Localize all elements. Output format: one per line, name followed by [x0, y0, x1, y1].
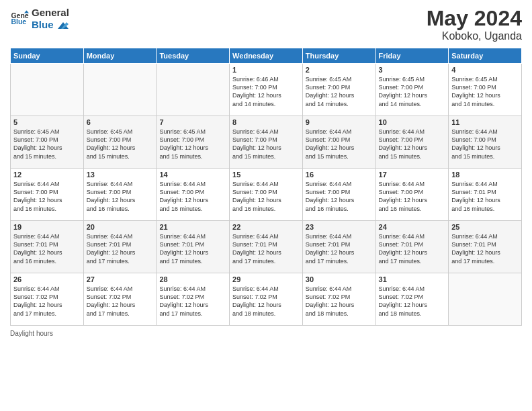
daylight-label: Daylight hours [10, 330, 53, 337]
cell-content: Sunrise: 6:44 AM Sunset: 7:01 PM Dayligh… [451, 180, 519, 213]
cell-content: Sunrise: 6:44 AM Sunset: 7:00 PM Dayligh… [306, 180, 373, 213]
day-number: 17 [379, 171, 446, 179]
day-number: 6 [87, 118, 154, 126]
day-number: 18 [451, 171, 519, 179]
cell-w3-d7: 18Sunrise: 6:44 AM Sunset: 7:01 PM Dayli… [449, 169, 522, 221]
cell-content: Sunrise: 6:44 AM Sunset: 7:01 PM Dayligh… [451, 232, 519, 265]
cell-w5-d1: 26Sunrise: 6:44 AM Sunset: 7:02 PM Dayli… [11, 273, 84, 326]
week-row-3: 12Sunrise: 6:44 AM Sunset: 7:00 PM Dayli… [11, 169, 522, 221]
cell-content: Sunrise: 6:44 AM Sunset: 7:00 PM Dayligh… [379, 180, 446, 213]
col-friday: Friday [375, 48, 449, 64]
cell-w1-d2 [83, 64, 157, 116]
cell-w5-d6: 31Sunrise: 6:44 AM Sunset: 7:02 PM Dayli… [375, 273, 449, 326]
cell-w3-d3: 14Sunrise: 6:44 AM Sunset: 7:00 PM Dayli… [157, 169, 230, 221]
cell-w5-d4: 29Sunrise: 6:44 AM Sunset: 7:02 PM Dayli… [230, 273, 303, 326]
cell-w1-d1 [11, 64, 84, 116]
cell-w4-d4: 22Sunrise: 6:44 AM Sunset: 7:01 PM Dayli… [230, 221, 303, 273]
day-number: 28 [159, 275, 226, 283]
cell-w4-d3: 21Sunrise: 6:44 AM Sunset: 7:01 PM Dayli… [157, 221, 230, 273]
week-row-5: 26Sunrise: 6:44 AM Sunset: 7:02 PM Dayli… [11, 273, 522, 326]
cell-content: Sunrise: 6:44 AM Sunset: 7:02 PM Dayligh… [87, 285, 154, 318]
cell-content: Sunrise: 6:45 AM Sunset: 7:00 PM Dayligh… [159, 128, 226, 161]
col-wednesday: Wednesday [230, 48, 303, 64]
logo: General Blue General Blue [10, 7, 69, 31]
cell-w5-d7 [449, 273, 522, 326]
cell-content: Sunrise: 6:44 AM Sunset: 7:02 PM Dayligh… [13, 285, 81, 318]
cell-w1-d7: 4Sunrise: 6:45 AM Sunset: 7:00 PM Daylig… [449, 64, 522, 116]
cell-w2-d5: 9Sunrise: 6:44 AM Sunset: 7:00 PM Daylig… [302, 116, 375, 169]
day-number: 22 [232, 223, 300, 231]
cell-w5-d3: 28Sunrise: 6:44 AM Sunset: 7:02 PM Dayli… [157, 273, 230, 326]
day-number: 30 [306, 275, 373, 283]
cell-content: Sunrise: 6:44 AM Sunset: 7:00 PM Dayligh… [232, 128, 300, 161]
title-area: May 2024 Koboko, Uganda [427, 7, 522, 42]
day-number: 26 [13, 275, 81, 283]
day-number: 31 [379, 275, 446, 283]
cell-content: Sunrise: 6:44 AM Sunset: 7:01 PM Dayligh… [87, 232, 154, 265]
day-number: 20 [87, 223, 154, 231]
logo-icon: General Blue [10, 9, 29, 28]
cell-content: Sunrise: 6:44 AM Sunset: 7:00 PM Dayligh… [306, 128, 373, 161]
day-number: 8 [232, 118, 300, 126]
cell-content: Sunrise: 6:45 AM Sunset: 7:00 PM Dayligh… [306, 75, 373, 108]
day-number: 4 [451, 66, 519, 74]
header-row: Sunday Monday Tuesday Wednesday Thursday… [11, 48, 522, 64]
cell-content: Sunrise: 6:45 AM Sunset: 7:00 PM Dayligh… [87, 128, 154, 161]
col-thursday: Thursday [302, 48, 375, 64]
cell-w2-d1: 5Sunrise: 6:45 AM Sunset: 7:00 PM Daylig… [11, 116, 84, 169]
cell-content: Sunrise: 6:44 AM Sunset: 7:02 PM Dayligh… [232, 285, 300, 318]
cell-content: Sunrise: 6:44 AM Sunset: 7:00 PM Dayligh… [159, 180, 226, 213]
day-number: 5 [13, 118, 81, 126]
page-header: General Blue General Blue May 2024 Kobok… [10, 7, 522, 42]
cell-w4-d2: 20Sunrise: 6:44 AM Sunset: 7:01 PM Dayli… [83, 221, 157, 273]
day-number: 29 [232, 275, 300, 283]
day-number: 13 [87, 171, 154, 179]
logo-blue: Blue [32, 19, 69, 31]
cell-content: Sunrise: 6:44 AM Sunset: 7:01 PM Dayligh… [306, 232, 373, 265]
cell-w2-d6: 10Sunrise: 6:44 AM Sunset: 7:00 PM Dayli… [375, 116, 449, 169]
col-tuesday: Tuesday [157, 48, 230, 64]
col-sunday: Sunday [11, 48, 84, 64]
cell-w2-d4: 8Sunrise: 6:44 AM Sunset: 7:00 PM Daylig… [230, 116, 303, 169]
day-number: 15 [232, 171, 300, 179]
cell-w2-d2: 6Sunrise: 6:45 AM Sunset: 7:00 PM Daylig… [83, 116, 157, 169]
cell-w1-d5: 2Sunrise: 6:45 AM Sunset: 7:00 PM Daylig… [302, 64, 375, 116]
col-monday: Monday [83, 48, 157, 64]
day-number: 7 [159, 118, 226, 126]
cell-content: Sunrise: 6:45 AM Sunset: 7:00 PM Dayligh… [13, 128, 81, 161]
cell-w3-d5: 16Sunrise: 6:44 AM Sunset: 7:00 PM Dayli… [302, 169, 375, 221]
logo-general: General [32, 7, 69, 19]
day-number: 3 [379, 66, 446, 74]
cell-content: Sunrise: 6:44 AM Sunset: 7:01 PM Dayligh… [13, 232, 81, 265]
cell-content: Sunrise: 6:44 AM Sunset: 7:01 PM Dayligh… [379, 232, 446, 265]
day-number: 21 [159, 223, 226, 231]
day-number: 2 [306, 66, 373, 74]
cell-content: Sunrise: 6:46 AM Sunset: 7:00 PM Dayligh… [232, 75, 300, 108]
cell-content: Sunrise: 6:44 AM Sunset: 7:01 PM Dayligh… [159, 232, 226, 265]
cell-w3-d4: 15Sunrise: 6:44 AM Sunset: 7:00 PM Dayli… [230, 169, 303, 221]
cell-w4-d7: 25Sunrise: 6:44 AM Sunset: 7:01 PM Dayli… [449, 221, 522, 273]
cell-w1-d6: 3Sunrise: 6:45 AM Sunset: 7:00 PM Daylig… [375, 64, 449, 116]
cell-content: Sunrise: 6:44 AM Sunset: 7:00 PM Dayligh… [451, 128, 519, 161]
cell-w4-d6: 24Sunrise: 6:44 AM Sunset: 7:01 PM Dayli… [375, 221, 449, 273]
cell-w3-d2: 13Sunrise: 6:44 AM Sunset: 7:00 PM Dayli… [83, 169, 157, 221]
cell-content: Sunrise: 6:44 AM Sunset: 7:02 PM Dayligh… [159, 285, 226, 318]
day-number: 11 [451, 118, 519, 126]
cell-w3-d1: 12Sunrise: 6:44 AM Sunset: 7:00 PM Dayli… [11, 169, 84, 221]
cell-content: Sunrise: 6:44 AM Sunset: 7:00 PM Dayligh… [379, 128, 446, 161]
week-row-4: 19Sunrise: 6:44 AM Sunset: 7:01 PM Dayli… [11, 221, 522, 273]
cell-content: Sunrise: 6:44 AM Sunset: 7:00 PM Dayligh… [13, 180, 81, 213]
cell-w2-d3: 7Sunrise: 6:45 AM Sunset: 7:00 PM Daylig… [157, 116, 230, 169]
cell-w3-d6: 17Sunrise: 6:44 AM Sunset: 7:00 PM Dayli… [375, 169, 449, 221]
week-row-1: 1Sunrise: 6:46 AM Sunset: 7:00 PM Daylig… [11, 64, 522, 116]
cell-content: Sunrise: 6:44 AM Sunset: 7:02 PM Dayligh… [306, 285, 373, 318]
cell-w4-d5: 23Sunrise: 6:44 AM Sunset: 7:01 PM Dayli… [302, 221, 375, 273]
calendar-page: General Blue General Blue May 2024 Kobok… [0, 0, 532, 411]
cell-w1-d4: 1Sunrise: 6:46 AM Sunset: 7:00 PM Daylig… [230, 64, 303, 116]
day-number: 19 [13, 223, 81, 231]
day-number: 12 [13, 171, 81, 179]
day-number: 1 [232, 66, 300, 74]
day-number: 25 [451, 223, 519, 231]
cell-w1-d3 [157, 64, 230, 116]
footer: Daylight hours [10, 330, 522, 337]
